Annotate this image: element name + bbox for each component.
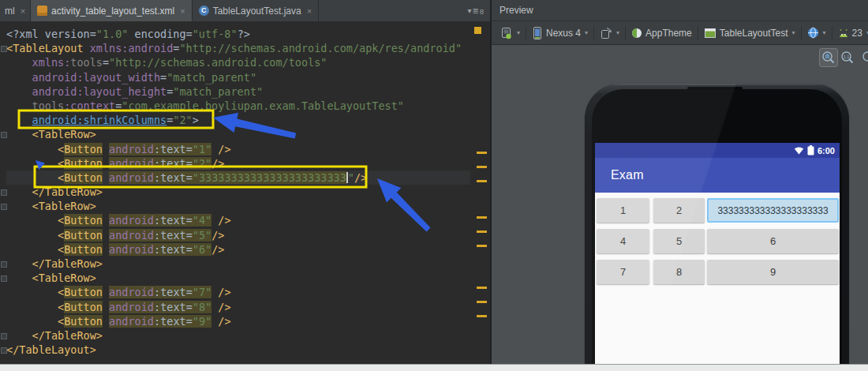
phone-screen[interactable]: 6:00 Exam 12333333333333333333333456789 — [595, 143, 840, 364]
stripe-mark[interactable] — [477, 301, 487, 303]
toolbar-separator — [801, 26, 802, 40]
preview-button-1[interactable]: 1 — [597, 198, 649, 223]
fold-marker-icon[interactable] — [1, 132, 7, 138]
stripe-mark[interactable] — [477, 152, 487, 154]
hidden-tabs-dropdown[interactable]: ▾ ≣ 8 — [468, 0, 484, 21]
stripe-mark[interactable] — [477, 230, 487, 233]
battery-icon — [807, 145, 814, 156]
code-line-12[interactable]: </TableRow> — [6, 185, 477, 199]
orientation-button[interactable]: ▾ — [596, 24, 623, 43]
table-row: 12333333333333333333333 — [597, 198, 839, 223]
toolbar-separator — [593, 26, 594, 40]
zoom-1to1-icon: 1:1 — [840, 51, 855, 65]
code-line-21[interactable]: <Button android:text="9" /> — [6, 314, 477, 328]
preview-button-4[interactable]: 4 — [597, 229, 649, 253]
stripe-mark[interactable] — [477, 245, 487, 247]
stripe-mark[interactable] — [477, 180, 487, 182]
app-action-bar: Exam — [595, 158, 840, 193]
code-line-20[interactable]: <Button android:text="8" /> — [6, 300, 477, 314]
locale-selector[interactable]: ▾ — [803, 24, 830, 43]
error-stripe[interactable] — [470, 21, 490, 364]
code-line-4[interactable]: android:layout_width="match_parent" — [6, 70, 477, 84]
tab-partial-xml[interactable]: ml × — [0, 0, 31, 21]
theme-selector[interactable]: AppTheme — [627, 24, 696, 43]
app-title: Exam — [611, 168, 644, 182]
theme-icon — [631, 28, 642, 39]
preview-button-6[interactable]: 6 — [707, 229, 839, 253]
code-area[interactable]: <?xml version="1.0" encoding="utf-8"?><T… — [0, 21, 477, 357]
globe-icon — [807, 27, 819, 39]
chevron-down-icon: ▾ — [823, 29, 826, 36]
code-line-23[interactable]: </TableLayout> — [6, 343, 477, 357]
preview-title: Preview — [499, 5, 533, 16]
close-icon[interactable]: × — [180, 6, 185, 16]
api-level-selector[interactable]: 23 ▾ — [834, 24, 868, 43]
code-line-3[interactable]: xmlns:tools="http://schemas.android.com/… — [6, 55, 477, 69]
toolbar-separator — [832, 26, 832, 40]
code-line-22[interactable]: </TableRow> — [6, 328, 477, 343]
activity-label: TableLayoutTest — [720, 28, 788, 39]
code-line-8[interactable]: <TableRow> — [6, 127, 477, 141]
code-line-19[interactable]: <Button android:text="7" /> — [6, 285, 477, 299]
activity-selector[interactable]: TableLayoutTest ▾ — [700, 24, 799, 43]
device-selector[interactable]: Nexus 4 ▾ — [528, 24, 592, 43]
stripe-mark[interactable] — [477, 216, 487, 219]
preview-button-5[interactable]: 5 — [653, 229, 705, 253]
chevron-down-icon: ▾ — [792, 29, 795, 36]
tab-tablelayouttest-java[interactable]: C TableLayoutTest.java × — [193, 0, 320, 21]
code-line-14[interactable]: <Button android:text="4" /> — [6, 213, 477, 227]
stripe-mark[interactable] — [477, 315, 487, 317]
file-status-square — [474, 27, 481, 34]
close-icon[interactable]: × — [21, 6, 25, 16]
status-time: 6:00 — [817, 146, 835, 156]
fold-marker-icon[interactable] — [1, 204, 7, 210]
code-line-1[interactable]: <?xml version="1.0" encoding="utf-8"?> — [6, 27, 477, 41]
code-line-13[interactable]: <TableRow> — [6, 199, 477, 213]
toolbar-separator — [625, 26, 626, 40]
fold-marker-icon[interactable] — [1, 275, 7, 282]
fold-marker-icon[interactable] — [1, 333, 7, 339]
code-line-9[interactable]: <Button android:text="1" /> — [6, 142, 477, 156]
stripe-mark[interactable] — [477, 287, 487, 289]
orientation-icon — [600, 27, 612, 39]
toolbar-separator — [526, 26, 526, 40]
device-label: Nexus 4 — [546, 28, 581, 39]
api-level-label: 23 — [852, 28, 862, 39]
table-layout-grid: 12333333333333333333333456789 — [595, 198, 840, 284]
code-line-6[interactable]: tools:context="com.example.boyliupan.exa… — [6, 99, 477, 113]
code-line-16[interactable]: <Button android:text="6"/> — [6, 242, 477, 257]
tab-activity-table-layout-test-xml[interactable]: activity_table_layout_test.xml × — [31, 0, 193, 21]
preview-panel-header[interactable]: Preview — [492, 0, 868, 21]
code-line-10[interactable]: <Button android:text="2"/> — [6, 156, 477, 171]
code-line-7[interactable]: android:shrinkColumns="2"> — [6, 113, 477, 127]
code-line-11[interactable]: <Button android:text="333333333333333333… — [6, 171, 470, 185]
code-line-17[interactable]: </TableRow> — [6, 257, 477, 271]
preview-button-9[interactable]: 9 — [707, 260, 839, 284]
zoom-to-fit-button[interactable] — [819, 48, 838, 67]
phone-device-icon — [532, 27, 543, 39]
preview-canvas[interactable]: 1:1 — [492, 45, 868, 364]
close-icon[interactable]: × — [307, 6, 312, 16]
fold-marker-icon[interactable] — [1, 347, 7, 354]
android-studio-window: ml × activity_table_layout_test.xml × C … — [0, 0, 868, 371]
xml-code-editor[interactable]: <?xml version="1.0" encoding="utf-8"?><T… — [0, 21, 490, 364]
code-line-5[interactable]: android:layout_height="match_parent" — [6, 84, 477, 99]
status-bar: 6:00 — [595, 143, 840, 158]
chevron-down-icon: ▾ — [616, 29, 619, 36]
preview-button-8[interactable]: 8 — [653, 260, 705, 284]
preview-button-7[interactable]: 7 — [597, 260, 649, 284]
layout-variant-button[interactable]: ▾ — [496, 24, 524, 43]
stripe-mark[interactable] — [477, 166, 487, 168]
code-line-2[interactable]: <TableLayout xmlns:android="http://schem… — [6, 41, 477, 55]
table-row: 456 — [597, 229, 839, 253]
fold-marker-icon[interactable] — [1, 261, 7, 268]
zoom-out-button[interactable] — [859, 48, 868, 67]
fold-marker-icon[interactable] — [1, 46, 7, 52]
preview-button-2[interactable]: 2 — [653, 198, 705, 223]
fold-marker-icon[interactable] — [1, 189, 7, 196]
zoom-actual-size-button[interactable]: 1:1 — [838, 48, 857, 67]
code-line-18[interactable]: <TableRow> — [6, 271, 477, 285]
preview-button-selected-long-text[interactable]: 333333333333333333333 — [707, 198, 839, 223]
code-line-15[interactable]: <Button android:text="5"/> — [6, 228, 477, 242]
theme-label: AppTheme — [645, 28, 692, 39]
